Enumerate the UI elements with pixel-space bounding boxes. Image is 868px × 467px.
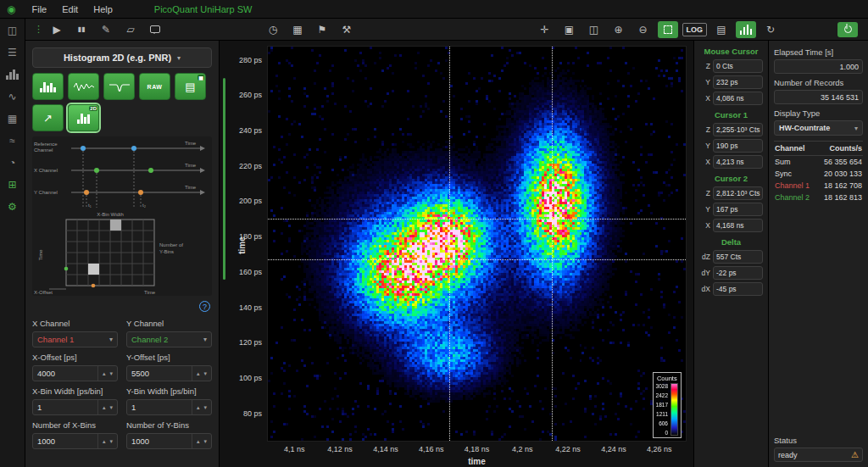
chevron-down-icon: ▾: [203, 336, 207, 343]
report-badge-icon: ▦: [198, 75, 204, 81]
menu-edit[interactable]: Edit: [54, 3, 86, 15]
z-label: Z: [699, 62, 710, 70]
y-bin-width-input[interactable]: 1 ▴▾: [126, 399, 212, 415]
legend-tick: 2422: [656, 392, 668, 398]
rates-icon[interactable]: ⊞: [4, 177, 21, 192]
chevron-down-icon: ▾: [109, 336, 113, 343]
x-bins-input[interactable]: 1000 ▴▾: [32, 433, 118, 449]
x-label: X: [699, 94, 710, 103]
titlebar: ◉ File Edit Help PicoQuant UniHarp SW: [0, 0, 868, 19]
save-view-icon[interactable]: ◫: [584, 21, 604, 38]
eraser-icon[interactable]: ▱: [120, 21, 141, 38]
y-axis: 280 ps 260 ps 240 ps 220 ps 200 ps 180 p…: [220, 46, 265, 442]
step-down-icon[interactable]: ▾: [203, 370, 207, 377]
step-up-icon[interactable]: ▴: [103, 404, 106, 411]
y-offset-input[interactable]: 5500 ▴▾: [126, 365, 212, 381]
x-offset-input[interactable]: 4000 ▴▾: [32, 365, 118, 381]
step-up-icon[interactable]: ▴: [197, 370, 200, 377]
time-trace-button[interactable]: [68, 73, 99, 100]
menu-file[interactable]: File: [24, 3, 54, 15]
legend-tick: 1817: [656, 402, 668, 408]
stepper-controls: ▴▾: [192, 434, 207, 448]
flag-icon[interactable]: ⚑: [312, 21, 332, 38]
y-channel-select[interactable]: Channel 2 ▾: [126, 331, 212, 347]
x-channel-select[interactable]: Channel 1 ▾: [32, 331, 118, 347]
wrench-icon[interactable]: ⚒: [337, 21, 357, 38]
toolbar-grip-icon[interactable]: ⋮: [34, 24, 42, 35]
cursor2-vline[interactable]: [449, 47, 450, 441]
chart-section: time 280 ps 260 ps 240 ps 220 ps 200 ps …: [220, 41, 693, 467]
comment-icon[interactable]: [145, 21, 165, 38]
y-bins-input[interactable]: 1000 ▴▾: [126, 433, 212, 449]
selection-icon[interactable]: [658, 21, 678, 38]
plot-area[interactable]: Counts 3028 2422 1817 1211 606 0: [267, 46, 687, 442]
stepper-controls: ▴▾: [97, 434, 113, 448]
step-up-icon[interactable]: ▴: [197, 404, 200, 411]
step-up-icon[interactable]: ▴: [197, 438, 200, 445]
x-bin-width-input[interactable]: 1 ▴▾: [32, 399, 118, 415]
log-scale-button[interactable]: LOG: [682, 23, 708, 36]
menu-help[interactable]: Help: [86, 3, 120, 15]
pen-icon[interactable]: ✎: [96, 21, 116, 38]
counts-table-icon[interactable]: ▦: [4, 111, 21, 125]
zoom-in-icon[interactable]: ⊕: [609, 21, 629, 38]
step-up-icon[interactable]: ▴: [103, 370, 106, 377]
status-label: Status: [774, 436, 863, 445]
cursor2-hline[interactable]: [268, 259, 686, 260]
display-type-value: HW-Countrate: [779, 124, 830, 132]
help-icon[interactable]: ?: [199, 301, 210, 312]
zoom-out-icon[interactable]: ⊖: [633, 21, 654, 38]
dy-label: dY: [699, 269, 710, 277]
pause-icon[interactable]: ▮▮: [71, 21, 92, 38]
y-tick: 120 ps: [239, 338, 262, 347]
step-up-icon[interactable]: ▴: [103, 438, 106, 445]
legend-tick: 606: [659, 420, 668, 426]
step-down-icon[interactable]: ▾: [109, 370, 113, 377]
count-grid-icon[interactable]: ▦: [287, 21, 308, 38]
stopwatch-icon[interactable]: ◷: [263, 21, 283, 38]
comment-bubble-icon: [150, 25, 160, 33]
dip-curve-button[interactable]: [103, 73, 135, 100]
waveform-icon[interactable]: ∿: [4, 89, 21, 103]
menu-icon[interactable]: ☰: [4, 45, 21, 59]
svg-text:Number of: Number of: [159, 242, 183, 247]
pan-icon[interactable]: ✛: [535, 21, 555, 38]
cursor1-hline[interactable]: [268, 219, 686, 220]
step-down-icon[interactable]: ▾: [109, 438, 113, 445]
step-down-icon[interactable]: ▾: [109, 404, 113, 411]
histogram-2d-button[interactable]: 2D: [68, 104, 99, 131]
delta-title: Delta: [699, 237, 763, 247]
panel-toggle-icon[interactable]: ◫: [4, 23, 21, 37]
stepper-controls: ▴▾: [192, 400, 207, 414]
chart-view-icon[interactable]: [736, 21, 756, 38]
x-tick: 4,14 ns: [373, 445, 398, 453]
x-tick: 4,18 ns: [465, 445, 490, 453]
cursor1-vline[interactable]: [552, 47, 553, 441]
histogram-1d-button[interactable]: [32, 73, 64, 100]
histogram-icon[interactable]: [4, 67, 21, 81]
power-button[interactable]: [837, 22, 858, 37]
trace-icon[interactable]: ≈: [4, 133, 21, 147]
report-button[interactable]: ▤▦: [175, 73, 206, 100]
step-down-icon[interactable]: ▾: [203, 404, 207, 411]
export-button[interactable]: ↗: [32, 104, 64, 131]
legend-tick: 0: [665, 430, 668, 436]
x-bins-value: 1000: [37, 436, 55, 446]
list-view-icon[interactable]: ▤: [711, 21, 732, 38]
timer-icon[interactable]: ◔: [4, 155, 21, 170]
step-down-icon[interactable]: ▾: [203, 438, 207, 445]
raw-mode-button[interactable]: RAW: [139, 73, 170, 100]
reset-view-icon[interactable]: ↻: [760, 21, 781, 38]
measurement-mode-select[interactable]: Histogram 2D (e.g. PNR) ▾: [32, 47, 212, 68]
play-icon[interactable]: ▶: [47, 21, 67, 38]
settings-gear-icon[interactable]: ⚙: [4, 199, 21, 214]
x-bins-label: Number of X-Bins: [32, 420, 118, 430]
y-zoom-range-indicator[interactable]: [223, 78, 225, 280]
zoom-window-icon[interactable]: ▣: [559, 21, 580, 38]
row-channel: Channel 2: [775, 193, 810, 202]
records-value: 35 146 531: [774, 90, 863, 104]
display-type-select[interactable]: HW-Countrate ▾: [774, 120, 863, 136]
heatmap-canvas[interactable]: [268, 47, 686, 441]
row-counts: 20 030 133: [824, 170, 862, 178]
z-label: Z: [699, 125, 710, 134]
